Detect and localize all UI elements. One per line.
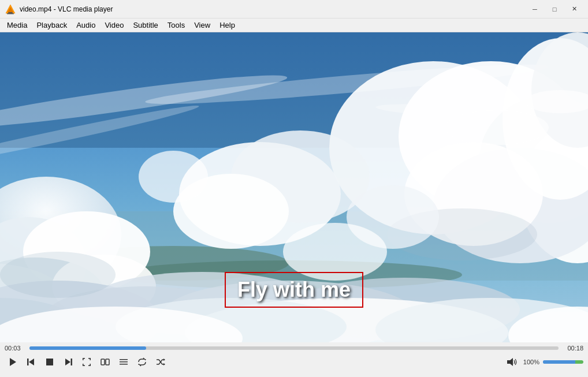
- svg-rect-54: [101, 359, 105, 365]
- skip-forward-button[interactable]: [60, 354, 76, 370]
- menu-subtitle[interactable]: Subtitle: [128, 18, 162, 32]
- volume-percentage: 100%: [523, 359, 539, 365]
- video-area[interactable]: Fly with me: [0, 32, 588, 342]
- svg-rect-56: [120, 359, 128, 360]
- seek-bar-row: 00:03 00:18: [5, 345, 583, 352]
- skip-back-button[interactable]: [23, 354, 39, 370]
- close-button[interactable]: ✕: [565, 3, 583, 15]
- svg-point-41: [0, 252, 116, 298]
- random-icon: [156, 357, 165, 367]
- loop-icon: [137, 357, 147, 367]
- skip-back-icon: [27, 357, 36, 367]
- svg-marker-48: [10, 358, 16, 366]
- svg-rect-51: [46, 359, 53, 365]
- play-icon: [8, 357, 17, 367]
- menu-playback[interactable]: Playback: [32, 18, 72, 32]
- seek-bar[interactable]: [29, 346, 559, 350]
- svg-rect-49: [27, 359, 29, 365]
- menu-view[interactable]: View: [189, 18, 215, 32]
- svg-marker-50: [29, 359, 34, 365]
- left-controls: [5, 354, 169, 370]
- extended-button[interactable]: [97, 354, 113, 370]
- fullscreen-button[interactable]: [79, 354, 95, 370]
- svg-rect-55: [106, 359, 109, 365]
- volume-green: [575, 360, 583, 364]
- svg-marker-61: [163, 359, 165, 361]
- window-controls: ─ □ ✕: [526, 3, 583, 15]
- playlist-icon: [119, 357, 128, 367]
- svg-rect-57: [120, 361, 128, 363]
- svg-marker-63: [507, 358, 513, 366]
- fullscreen-icon: [82, 357, 91, 367]
- playback-controls: 100%: [5, 354, 583, 370]
- random-button[interactable]: [152, 354, 169, 370]
- svg-marker-59: [144, 359, 146, 361]
- menu-bar: Media Playback Audio Video Subtitle Tool…: [0, 18, 588, 32]
- menu-video[interactable]: Video: [100, 18, 128, 32]
- extended-icon: [101, 357, 110, 367]
- seek-progress: [29, 346, 146, 350]
- volume-slider[interactable]: [543, 360, 583, 364]
- right-controls: 100%: [504, 354, 583, 370]
- controls-area: 00:03 00:18: [0, 342, 588, 377]
- playlist-button[interactable]: [116, 354, 132, 370]
- subtitle-overlay: Fly with me: [225, 272, 363, 308]
- volume-fill: [543, 360, 575, 364]
- svg-rect-58: [120, 364, 128, 365]
- title-bar: video.mp4 - VLC media player ─ □ ✕: [0, 0, 588, 18]
- menu-media[interactable]: Media: [2, 18, 32, 32]
- svg-rect-3: [7, 13, 14, 14]
- vlc-icon: [5, 3, 16, 15]
- subtitle-text: Fly with me: [237, 278, 351, 301]
- svg-rect-2: [8, 12, 13, 13]
- time-current: 00:03: [5, 345, 25, 352]
- subtitle-box: Fly with me: [225, 272, 363, 308]
- minimize-button[interactable]: ─: [526, 3, 544, 15]
- time-total: 00:18: [563, 345, 583, 352]
- volume-icon: [507, 357, 517, 367]
- svg-rect-52: [71, 359, 73, 365]
- svg-marker-60: [138, 364, 140, 365]
- play-button[interactable]: [5, 354, 21, 370]
- loop-button[interactable]: [134, 354, 150, 370]
- volume-button[interactable]: [504, 354, 520, 370]
- menu-help[interactable]: Help: [215, 18, 240, 32]
- window-title: video.mp4 - VLC media player: [20, 5, 113, 13]
- menu-audio[interactable]: Audio: [72, 18, 100, 32]
- title-left: video.mp4 - VLC media player: [5, 3, 113, 15]
- maximize-button[interactable]: □: [545, 3, 564, 15]
- stop-icon: [45, 357, 54, 367]
- menu-tools[interactable]: Tools: [163, 18, 189, 32]
- svg-marker-62: [163, 363, 165, 365]
- svg-marker-53: [65, 359, 70, 365]
- skip-forward-icon: [64, 357, 73, 367]
- stop-button[interactable]: [42, 354, 58, 370]
- svg-point-46: [445, 110, 549, 145]
- svg-point-43: [139, 151, 208, 203]
